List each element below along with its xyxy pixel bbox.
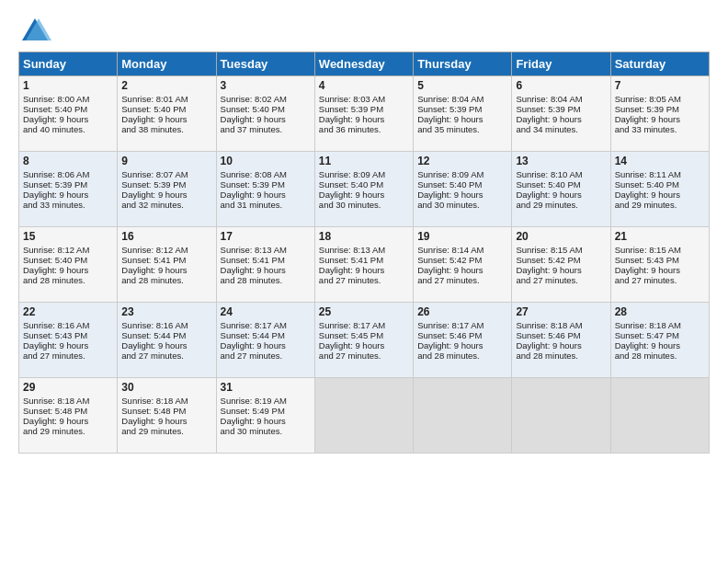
cell-line: Sunset: 5:42 PM bbox=[417, 255, 507, 265]
day-number: 17 bbox=[221, 230, 311, 243]
cell-line: Sunrise: 8:07 AM bbox=[121, 169, 211, 179]
calendar-cell: 5Sunrise: 8:04 AMSunset: 5:39 PMDaylight… bbox=[414, 76, 512, 152]
cell-line: Daylight: 9 hours bbox=[221, 416, 311, 426]
cell-line: Sunrise: 8:08 AM bbox=[221, 169, 311, 179]
cell-line: Sunset: 5:40 PM bbox=[615, 179, 705, 190]
weekday-header: Saturday bbox=[610, 52, 709, 76]
day-number: 9 bbox=[121, 155, 211, 167]
cell-line: Sunset: 5:48 PM bbox=[121, 406, 211, 416]
cell-line: Sunrise: 8:03 AM bbox=[319, 94, 409, 104]
day-number: 11 bbox=[319, 155, 409, 167]
cell-line: Sunrise: 8:11 AM bbox=[615, 169, 705, 179]
cell-line: Daylight: 9 hours bbox=[23, 340, 113, 350]
calendar-cell: 24Sunrise: 8:17 AMSunset: 5:44 PMDayligh… bbox=[216, 303, 314, 378]
calendar-cell: 13Sunrise: 8:10 AMSunset: 5:40 PMDayligh… bbox=[512, 152, 610, 227]
day-number: 25 bbox=[319, 305, 409, 318]
cell-line: Sunset: 5:44 PM bbox=[221, 330, 311, 340]
cell-line: and 27 minutes. bbox=[319, 350, 409, 361]
cell-line: Sunset: 5:40 PM bbox=[417, 179, 507, 190]
calendar-cell: 9Sunrise: 8:07 AMSunset: 5:39 PMDaylight… bbox=[118, 152, 216, 227]
cell-line: Daylight: 9 hours bbox=[516, 190, 606, 200]
cell-line: and 36 minutes. bbox=[319, 124, 409, 134]
cell-line: Sunrise: 8:09 AM bbox=[319, 169, 409, 179]
calendar-cell bbox=[610, 378, 709, 454]
cell-line: Daylight: 9 hours bbox=[23, 416, 113, 426]
cell-line: and 28 minutes. bbox=[221, 275, 311, 285]
day-number: 23 bbox=[121, 305, 211, 318]
cell-line: and 38 minutes. bbox=[121, 124, 211, 134]
calendar-cell: 25Sunrise: 8:17 AMSunset: 5:45 PMDayligh… bbox=[314, 303, 413, 378]
cell-line: and 29 minutes. bbox=[121, 426, 211, 436]
cell-line: Sunrise: 8:16 AM bbox=[23, 320, 113, 330]
weekday-header: Sunday bbox=[19, 52, 118, 76]
calendar-cell: 8Sunrise: 8:06 AMSunset: 5:39 PMDaylight… bbox=[19, 152, 118, 227]
cell-line: Sunset: 5:40 PM bbox=[319, 179, 409, 190]
day-number: 12 bbox=[417, 155, 507, 167]
cell-line: and 28 minutes. bbox=[615, 350, 705, 361]
calendar-cell: 21Sunrise: 8:15 AMSunset: 5:43 PMDayligh… bbox=[610, 227, 709, 303]
day-number: 10 bbox=[221, 155, 311, 167]
cell-line: and 27 minutes. bbox=[516, 275, 606, 285]
calendar-table: SundayMondayTuesdayWednesdayThursdayFrid… bbox=[18, 52, 710, 454]
cell-line: and 33 minutes. bbox=[615, 124, 705, 134]
cell-line: Sunrise: 8:15 AM bbox=[615, 245, 705, 255]
cell-line: Sunset: 5:41 PM bbox=[121, 255, 211, 265]
calendar-cell: 28Sunrise: 8:18 AMSunset: 5:47 PMDayligh… bbox=[610, 303, 709, 378]
cell-line: Sunrise: 8:17 AM bbox=[417, 320, 507, 330]
cell-line: Sunset: 5:45 PM bbox=[319, 330, 409, 340]
cell-line: Daylight: 9 hours bbox=[516, 265, 606, 275]
cell-line: Daylight: 9 hours bbox=[121, 340, 211, 350]
cell-line: Sunrise: 8:05 AM bbox=[615, 94, 705, 104]
day-number: 31 bbox=[221, 381, 311, 394]
day-number: 16 bbox=[121, 230, 211, 243]
cell-line: and 29 minutes. bbox=[516, 200, 606, 210]
cell-line: Sunrise: 8:04 AM bbox=[417, 94, 507, 104]
cell-line: Sunset: 5:40 PM bbox=[23, 255, 113, 265]
day-number: 5 bbox=[417, 79, 507, 92]
cell-line: and 40 minutes. bbox=[23, 124, 113, 134]
calendar-cell bbox=[512, 378, 610, 454]
cell-line: Sunset: 5:46 PM bbox=[417, 330, 507, 340]
calendar-cell: 18Sunrise: 8:13 AMSunset: 5:41 PMDayligh… bbox=[314, 227, 413, 303]
calendar-cell: 4Sunrise: 8:03 AMSunset: 5:39 PMDaylight… bbox=[314, 76, 413, 152]
calendar-cell: 6Sunrise: 8:04 AMSunset: 5:39 PMDaylight… bbox=[512, 76, 610, 152]
day-number: 15 bbox=[23, 230, 113, 243]
cell-line: and 27 minutes. bbox=[319, 275, 409, 285]
cell-line: and 35 minutes. bbox=[417, 124, 507, 134]
day-number: 20 bbox=[516, 230, 606, 243]
cell-line: Daylight: 9 hours bbox=[319, 340, 409, 350]
cell-line: Sunset: 5:42 PM bbox=[516, 255, 606, 265]
calendar-cell: 15Sunrise: 8:12 AMSunset: 5:40 PMDayligh… bbox=[19, 227, 118, 303]
cell-line: Sunset: 5:48 PM bbox=[23, 406, 113, 416]
cell-line: and 29 minutes. bbox=[615, 200, 705, 210]
weekday-header: Tuesday bbox=[216, 52, 314, 76]
cell-line: Daylight: 9 hours bbox=[615, 265, 705, 275]
cell-line: Sunset: 5:41 PM bbox=[319, 255, 409, 265]
cell-line: and 33 minutes. bbox=[23, 200, 113, 210]
day-number: 28 bbox=[615, 305, 705, 318]
day-number: 27 bbox=[516, 305, 606, 318]
cell-line: Daylight: 9 hours bbox=[516, 114, 606, 124]
calendar-cell: 29Sunrise: 8:18 AMSunset: 5:48 PMDayligh… bbox=[19, 378, 118, 454]
page-container: SundayMondayTuesdayWednesdayThursdayFrid… bbox=[0, 0, 728, 463]
header bbox=[18, 15, 710, 48]
cell-line: Daylight: 9 hours bbox=[417, 340, 507, 350]
cell-line: Sunrise: 8:17 AM bbox=[319, 320, 409, 330]
calendar-cell: 31Sunrise: 8:19 AMSunset: 5:49 PMDayligh… bbox=[216, 378, 314, 454]
calendar-cell: 19Sunrise: 8:14 AMSunset: 5:42 PMDayligh… bbox=[414, 227, 512, 303]
weekday-header: Friday bbox=[512, 52, 610, 76]
calendar-cell: 30Sunrise: 8:18 AMSunset: 5:48 PMDayligh… bbox=[118, 378, 216, 454]
calendar-week-row: 8Sunrise: 8:06 AMSunset: 5:39 PMDaylight… bbox=[19, 152, 710, 227]
cell-line: and 31 minutes. bbox=[221, 200, 311, 210]
cell-line: Sunrise: 8:17 AM bbox=[221, 320, 311, 330]
cell-line: Sunrise: 8:19 AM bbox=[221, 396, 311, 406]
logo-icon bbox=[18, 15, 51, 48]
day-number: 30 bbox=[121, 381, 211, 394]
cell-line: Daylight: 9 hours bbox=[417, 190, 507, 200]
calendar-cell: 3Sunrise: 8:02 AMSunset: 5:40 PMDaylight… bbox=[216, 76, 314, 152]
cell-line: Daylight: 9 hours bbox=[23, 190, 113, 200]
cell-line: Sunrise: 8:10 AM bbox=[516, 169, 606, 179]
calendar-cell: 1Sunrise: 8:00 AMSunset: 5:40 PMDaylight… bbox=[19, 76, 118, 152]
cell-line: Sunset: 5:43 PM bbox=[615, 255, 705, 265]
calendar-cell: 22Sunrise: 8:16 AMSunset: 5:43 PMDayligh… bbox=[19, 303, 118, 378]
